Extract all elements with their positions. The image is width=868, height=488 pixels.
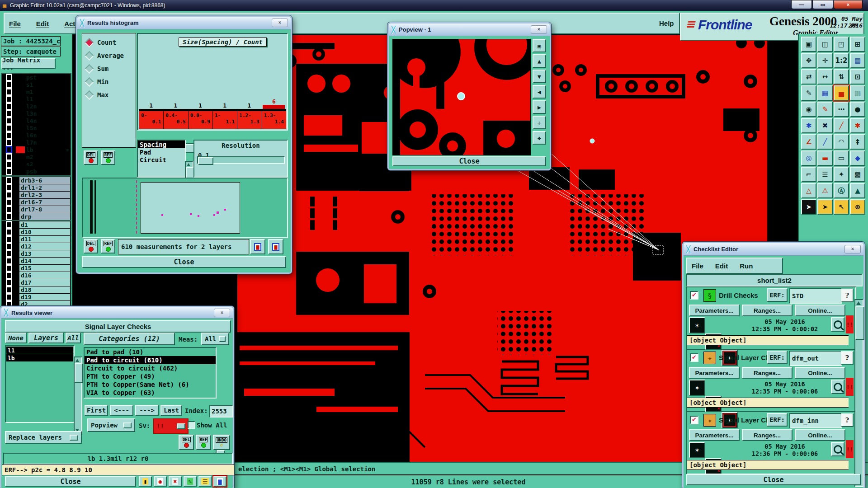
layer-visibility-cell[interactable] — [2, 258, 16, 264]
layer-name[interactable]: l1 — [25, 96, 70, 103]
histogram-copy-icon[interactable]: ▆ — [250, 239, 265, 254]
ranges-button[interactable]: Ranges... — [742, 429, 793, 441]
layer-name[interactable]: l2n — [25, 103, 70, 110]
popview-canvas[interactable] — [392, 39, 531, 155]
view-results-button[interactable] — [831, 442, 844, 456]
delete-cross-icon[interactable]: ✖ — [817, 118, 833, 133]
layer-row[interactable]: drp — [2, 213, 70, 220]
layer-visibility-cell[interactable] — [2, 132, 16, 139]
layer-visibility-cell[interactable] — [2, 177, 16, 184]
layer-row[interactable]: s1 — [2, 81, 70, 88]
layer-visibility-cell[interactable] — [2, 81, 16, 88]
histogram-mode-radio[interactable]: Average — [86, 52, 132, 59]
view-results-button[interactable] — [831, 380, 844, 394]
measure-type-item[interactable]: Spacing — [138, 141, 185, 148]
alert-button[interactable]: !! — [846, 378, 854, 396]
window-grid-icon[interactable]: ⊞ — [850, 37, 865, 52]
layer-checkbox[interactable] — [6, 88, 12, 96]
layer-checkbox[interactable] — [6, 81, 12, 89]
histogram-icon[interactable]: ▆ — [213, 476, 226, 487]
layer-color-swatch[interactable] — [16, 168, 25, 175]
layer-name[interactable]: l7n — [25, 139, 70, 146]
close-icon[interactable]: × — [214, 309, 230, 317]
next-button[interactable]: ---> — [135, 405, 159, 416]
layer-color-swatch[interactable] — [16, 89, 25, 95]
erf-field[interactable]: STD — [789, 288, 842, 304]
help-button[interactable]: ? — [841, 351, 854, 365]
layer-visibility-cell[interactable] — [2, 221, 16, 228]
layer-name[interactable]: lb ⊞ — [25, 146, 70, 153]
alert-button[interactable]: !! — [846, 440, 854, 458]
online-button[interactable]: Online... — [795, 367, 845, 379]
arc-icon[interactable]: ◠ — [834, 134, 849, 150]
del-filter-button[interactable]: DEL — [84, 150, 98, 165]
layer-color-swatch[interactable] — [16, 146, 25, 153]
rv-category-item[interactable]: VIA to Copper (63) — [85, 389, 216, 397]
layer-visibility-cell[interactable] — [2, 265, 16, 272]
layer-visibility-cell[interactable] — [2, 161, 16, 168]
alert-button[interactable]: !! — [846, 315, 854, 333]
layer-color-swatch[interactable] — [16, 117, 25, 124]
layer-row[interactable]: d16 — [2, 272, 70, 279]
layer-checkbox[interactable] — [6, 257, 12, 265]
run-check-icon[interactable]: ✶ — [689, 317, 705, 333]
histogram-mode-radio[interactable]: Min — [86, 78, 132, 85]
matrix-icon[interactable]: ▥ — [850, 85, 865, 101]
layer-visibility-cell[interactable] — [2, 96, 16, 103]
layer-color-swatch[interactable] — [16, 74, 25, 81]
meas-dropdown[interactable]: All — [201, 333, 229, 345]
ref-remove-icon[interactable]: ✖ — [169, 476, 182, 487]
layer-color-swatch[interactable] — [16, 110, 25, 117]
layer-checkbox[interactable] — [6, 153, 12, 161]
layer-row[interactable]: drl7-8 — [2, 206, 70, 213]
layer-visibility-cell[interactable] — [2, 272, 16, 279]
layer-row[interactable]: lb ⊞ — [2, 146, 70, 153]
layer-visibility-cell[interactable] — [2, 110, 16, 117]
layer-color-swatch[interactable] — [16, 96, 25, 103]
menu-item[interactable]: File — [9, 20, 21, 28]
erf-field[interactable]: dfm_inn — [789, 413, 842, 428]
layer-checkbox[interactable] — [6, 293, 12, 301]
layer-name[interactable]: d10 — [19, 229, 70, 235]
layer-name[interactable]: d17 — [19, 279, 70, 286]
layer-name[interactable]: d18 — [19, 286, 70, 293]
net-ends-icon[interactable]: ‡ — [850, 134, 865, 150]
layer-checkbox[interactable] — [6, 243, 12, 250]
layer-checkbox[interactable] — [6, 206, 12, 213]
maximize-button[interactable]: ▭ — [812, 0, 833, 9]
layer-checkbox[interactable] — [6, 221, 12, 229]
job-matrix-button[interactable]: Job Matrix ... — [1, 58, 56, 69]
pick-cursor-icon[interactable]: ↖ — [834, 199, 849, 215]
online-button[interactable]: Online... — [795, 305, 845, 316]
pan-view-icon[interactable]: ✥ — [801, 53, 816, 68]
layer-visibility-cell[interactable] — [2, 184, 16, 191]
histogram-bin[interactable]: 1 1.2- 1.3 — [237, 96, 261, 129]
histogram-bin[interactable]: 1 0.8- 0.9 — [188, 96, 212, 129]
layer-row[interactable]: d1 — [2, 221, 70, 228]
layer-row[interactable]: l7n — [2, 139, 70, 146]
layer-checkbox[interactable] — [6, 146, 12, 154]
circle-a-icon[interactable]: Ⓐ — [834, 183, 849, 198]
parameters-button[interactable]: Parameters... — [689, 367, 740, 379]
layer-name[interactable]: l5n — [25, 125, 70, 131]
layer-name[interactable]: d14 — [19, 258, 70, 264]
preview-map[interactable] — [82, 178, 288, 238]
ref-filter-button[interactable]: REF — [101, 150, 115, 165]
layer-visibility-cell[interactable] — [2, 146, 16, 153]
layer-name[interactable]: pst — [25, 74, 70, 81]
popview-dropdown[interactable]: Popview — [87, 418, 135, 432]
layer-name[interactable]: psb — [25, 168, 70, 175]
warning-triangle-icon[interactable]: △ — [801, 183, 816, 198]
radio-diamond-icon[interactable] — [85, 64, 94, 73]
layer-name[interactable]: d15 — [19, 265, 70, 272]
layer-visibility-cell[interactable] — [2, 117, 16, 124]
select-cursor-icon[interactable]: ➤ — [801, 199, 816, 215]
rv-layer-item[interactable]: lb — [6, 354, 73, 361]
rv-category-item[interactable]: Pad to circuit (610) — [85, 356, 216, 364]
layer-checkbox[interactable] — [6, 191, 12, 199]
help-button[interactable]: ? — [841, 413, 854, 427]
solid-triangle-icon[interactable]: ▲ — [850, 183, 865, 198]
notes-icon[interactable]: ✎ — [184, 476, 197, 487]
layer-color-swatch[interactable] — [16, 139, 25, 146]
layer-row[interactable]: l4n — [2, 117, 70, 124]
